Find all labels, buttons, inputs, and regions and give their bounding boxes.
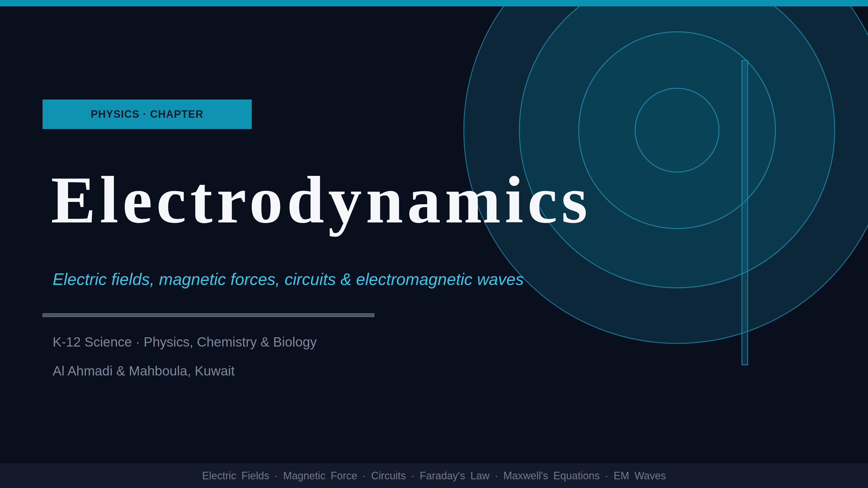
- title-slide: PHYSICS · CHAPTER Electrodynamics Electr…: [0, 0, 868, 488]
- chapter-badge: PHYSICS · CHAPTER: [42, 99, 252, 129]
- footer-bar: Electric Fields · Magnetic Force · Circu…: [0, 463, 868, 488]
- program-line: K-12 Science · Physics, Chemistry & Biol…: [53, 334, 317, 350]
- top-accent-bar: [0, 0, 868, 6]
- slide-subtitle: Electric fields, magnetic forces, circui…: [53, 270, 524, 289]
- location-line: Al Ahmadi & Mahboula, Kuwait: [53, 363, 235, 379]
- slide-title: Electrodynamics: [51, 161, 591, 239]
- divider-line: [42, 313, 374, 317]
- decorative-graphics: [0, 0, 868, 488]
- vertical-accent-bar-icon: [742, 61, 748, 365]
- footer-topics: Electric Fields · Magnetic Force · Circu…: [202, 470, 666, 482]
- chapter-badge-label: PHYSICS · CHAPTER: [91, 108, 204, 120]
